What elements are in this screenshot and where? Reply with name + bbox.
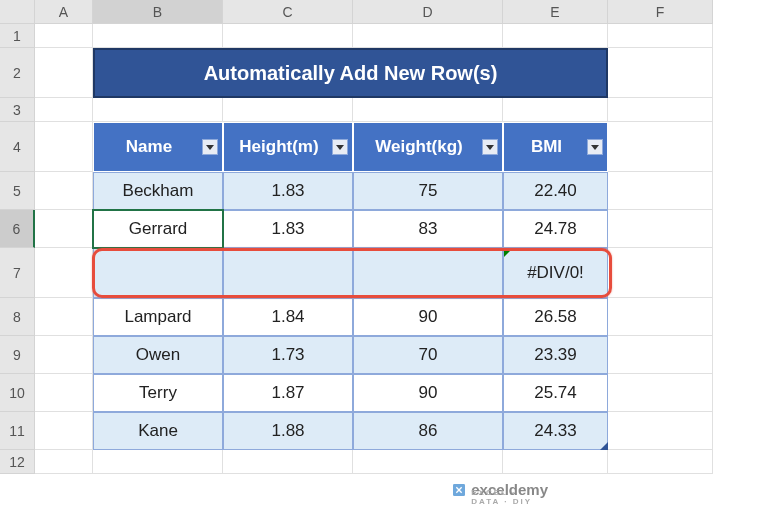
table-cell[interactable]: 25.74: [503, 374, 608, 412]
table-cell[interactable]: 22.40: [503, 172, 608, 210]
cell[interactable]: [35, 450, 93, 474]
header-label: Height(m): [239, 137, 318, 157]
col-header-F[interactable]: F: [608, 0, 713, 24]
cell[interactable]: [35, 210, 93, 248]
cell[interactable]: [223, 98, 353, 122]
cell[interactable]: [35, 122, 93, 172]
filter-dropdown-icon[interactable]: [587, 139, 603, 155]
cell[interactable]: [608, 450, 713, 474]
table-cell[interactable]: Lampard: [93, 298, 223, 336]
cell[interactable]: [35, 336, 93, 374]
row-header-12[interactable]: 12: [0, 450, 35, 474]
filter-dropdown-icon[interactable]: [482, 139, 498, 155]
row-header-6[interactable]: 6: [0, 210, 35, 248]
header-label: Name: [126, 137, 172, 157]
cell[interactable]: [353, 24, 503, 48]
row-header-5[interactable]: 5: [0, 172, 35, 210]
cell[interactable]: [503, 450, 608, 474]
row-header-11[interactable]: 11: [0, 412, 35, 450]
table-cell[interactable]: [223, 248, 353, 298]
col-header-E[interactable]: E: [503, 0, 608, 24]
cell[interactable]: [608, 298, 713, 336]
table-cell[interactable]: 83: [353, 210, 503, 248]
row-header-9[interactable]: 9: [0, 336, 35, 374]
watermark-tag: EXCEL · DATA · DIY: [471, 488, 548, 506]
table-header-height[interactable]: Height(m): [223, 122, 353, 172]
table-cell[interactable]: 1.83: [223, 210, 353, 248]
cell[interactable]: [93, 24, 223, 48]
table-cell[interactable]: Kane: [93, 412, 223, 450]
cell[interactable]: [608, 48, 713, 98]
table-cell[interactable]: Beckham: [93, 172, 223, 210]
cell[interactable]: [223, 24, 353, 48]
header-label: BMI: [531, 137, 562, 157]
select-all-corner[interactable]: [0, 0, 35, 24]
cell[interactable]: [93, 98, 223, 122]
cell[interactable]: [35, 298, 93, 336]
table-cell[interactable]: [93, 248, 223, 298]
cell[interactable]: [35, 98, 93, 122]
row-header-1[interactable]: 1: [0, 24, 35, 48]
table-cell[interactable]: Owen: [93, 336, 223, 374]
row-header-8[interactable]: 8: [0, 298, 35, 336]
table-cell[interactable]: 1.73: [223, 336, 353, 374]
table-cell[interactable]: 75: [353, 172, 503, 210]
row-header-4[interactable]: 4: [0, 122, 35, 172]
table-cell[interactable]: 24.78: [503, 210, 608, 248]
table-header-bmi[interactable]: BMI: [503, 122, 608, 172]
cell[interactable]: [223, 450, 353, 474]
table-cell[interactable]: 90: [353, 374, 503, 412]
table-cell[interactable]: 1.88: [223, 412, 353, 450]
col-header-D[interactable]: D: [353, 0, 503, 24]
table-cell[interactable]: 1.84: [223, 298, 353, 336]
col-header-C[interactable]: C: [223, 0, 353, 24]
table-cell[interactable]: 23.39: [503, 336, 608, 374]
cell[interactable]: [353, 450, 503, 474]
table-resize-handle-icon[interactable]: [600, 442, 608, 450]
cell[interactable]: [35, 374, 93, 412]
table-cell[interactable]: Terry: [93, 374, 223, 412]
table-cell[interactable]: 86: [353, 412, 503, 450]
table-cell[interactable]: [353, 248, 503, 298]
row-header-7[interactable]: 7: [0, 248, 35, 298]
table-cell[interactable]: 70: [353, 336, 503, 374]
title-merged-cell[interactable]: Automatically Add New Row(s): [93, 48, 608, 98]
cell[interactable]: [608, 98, 713, 122]
cell[interactable]: [93, 450, 223, 474]
table-cell[interactable]: 24.33: [503, 412, 608, 450]
cell[interactable]: [503, 24, 608, 48]
cell[interactable]: [608, 24, 713, 48]
filter-dropdown-icon[interactable]: [202, 139, 218, 155]
cell[interactable]: [608, 412, 713, 450]
cell[interactable]: [353, 98, 503, 122]
table-header-weight[interactable]: Weight(kg): [353, 122, 503, 172]
row-header-2[interactable]: 2: [0, 48, 35, 98]
cell[interactable]: [608, 210, 713, 248]
row-header-10[interactable]: 10: [0, 374, 35, 412]
active-cell[interactable]: Gerrard: [93, 210, 223, 248]
col-header-B[interactable]: B: [93, 0, 223, 24]
table-cell[interactable]: 1.87: [223, 374, 353, 412]
table-cell[interactable]: 1.83: [223, 172, 353, 210]
cell[interactable]: [608, 248, 713, 298]
error-indicator-icon: [504, 249, 512, 257]
table-cell[interactable]: 26.58: [503, 298, 608, 336]
table-cell[interactable]: 90: [353, 298, 503, 336]
cell[interactable]: [35, 172, 93, 210]
col-header-A[interactable]: A: [35, 0, 93, 24]
row-header-3[interactable]: 3: [0, 98, 35, 122]
watermark: exceldemy EXCEL · DATA · DIY: [451, 481, 548, 498]
error-value: #DIV/0!: [527, 263, 584, 283]
filter-dropdown-icon[interactable]: [332, 139, 348, 155]
cell[interactable]: [35, 48, 93, 98]
cell[interactable]: [608, 336, 713, 374]
cell[interactable]: [503, 98, 608, 122]
table-header-name[interactable]: Name: [93, 122, 223, 172]
cell[interactable]: [35, 248, 93, 298]
cell[interactable]: [608, 374, 713, 412]
cell[interactable]: [35, 412, 93, 450]
cell[interactable]: [608, 122, 713, 172]
cell[interactable]: [35, 24, 93, 48]
cell[interactable]: [608, 172, 713, 210]
table-cell-error[interactable]: #DIV/0!: [503, 248, 608, 298]
